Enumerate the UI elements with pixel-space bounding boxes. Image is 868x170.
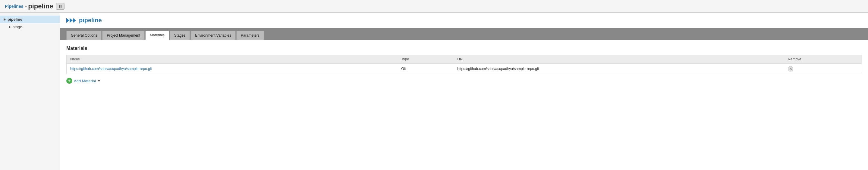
table-header-row: Name Type URL Remove: [67, 55, 862, 64]
col-header-remove: Remove: [784, 55, 862, 64]
table-row: https://github.com/srinivasupadhya/sampl…: [67, 64, 862, 74]
triangle-right-icon: [9, 26, 11, 28]
materials-table: Name Type URL Remove https://github.com/…: [66, 55, 862, 74]
materials-section: Materials Name Type URL Remove https://g…: [60, 40, 868, 90]
dropdown-arrow-icon: ▼: [97, 79, 101, 83]
add-plus-icon: +: [66, 78, 72, 84]
top-header: Pipelines » pipeline: [0, 0, 868, 13]
tab-parameters[interactable]: Parameters: [236, 31, 264, 40]
sidebar-pipeline-label: pipeline: [7, 17, 22, 22]
material-remove-cell: ✕: [784, 64, 862, 74]
sidebar-item-pipeline[interactable]: pipeline: [0, 15, 60, 23]
triangle-down-icon: [4, 18, 6, 21]
col-header-type: Type: [398, 55, 454, 64]
add-material-label: Add Material: [74, 79, 96, 83]
tab-environment-variables[interactable]: Environment Variables: [190, 31, 236, 40]
breadcrumb-sep: »: [24, 4, 27, 9]
breadcrumb-pipeline: pipeline: [28, 2, 53, 10]
tab-stages[interactable]: Stages: [170, 31, 190, 40]
materials-title: Materials: [66, 46, 862, 51]
pipeline-icon: [66, 18, 76, 23]
material-name-cell: https://github.com/srinivasupadhya/sampl…: [67, 64, 398, 74]
breadcrumb-pipelines[interactable]: Pipelines: [5, 4, 23, 9]
material-url-cell: https://github.com/srinivasupadhya/sampl…: [454, 64, 784, 74]
col-header-url: URL: [454, 55, 784, 64]
material-name-link[interactable]: https://github.com/srinivasupadhya/sampl…: [70, 67, 152, 71]
pipeline-title: pipeline: [79, 17, 102, 24]
main-layout: pipeline stage pipeline General Options …: [0, 13, 868, 170]
pause-icon: [59, 5, 61, 8]
tab-project-management[interactable]: Project Management: [102, 31, 145, 40]
content-area: pipeline General Options Project Managem…: [60, 13, 868, 170]
tab-materials[interactable]: Materials: [145, 31, 169, 40]
pipeline-arrows-icon: [66, 18, 76, 23]
tabs-bar: General Options Project Management Mater…: [60, 28, 868, 40]
tab-general-options[interactable]: General Options: [66, 31, 101, 40]
sidebar-stage-label: stage: [13, 25, 22, 29]
pause-button[interactable]: [56, 3, 64, 10]
pipeline-header: pipeline: [60, 13, 868, 28]
sidebar-item-stage[interactable]: stage: [0, 23, 60, 31]
col-header-name: Name: [67, 55, 398, 64]
material-type-cell: Git: [398, 64, 454, 74]
sidebar: pipeline stage: [0, 13, 60, 170]
add-material-row: + Add Material ▼: [66, 78, 862, 84]
remove-button[interactable]: ✕: [788, 66, 793, 72]
add-material-button[interactable]: + Add Material ▼: [66, 78, 101, 84]
